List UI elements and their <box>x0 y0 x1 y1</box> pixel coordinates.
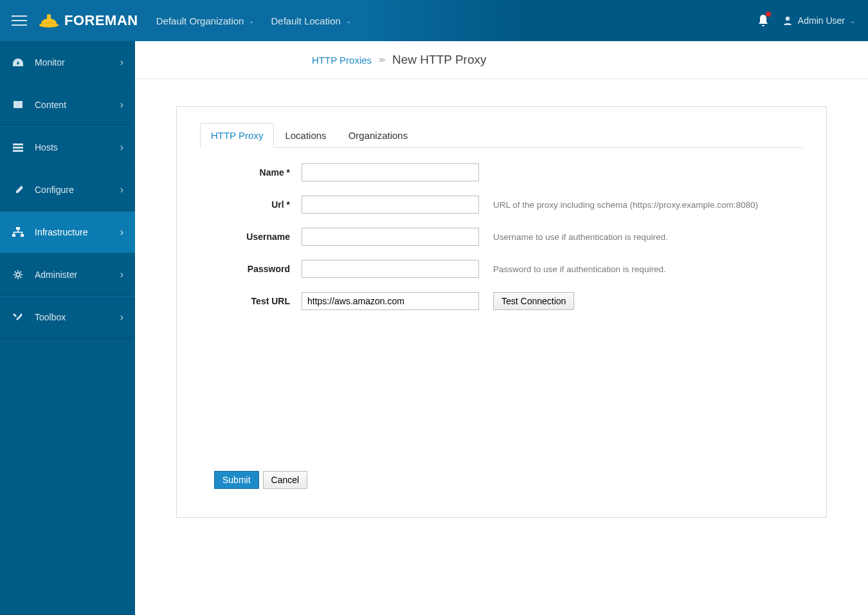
sidebar-item-content[interactable]: Content › <box>0 84 135 126</box>
tabs: HTTP Proxy Locations Organizations <box>200 122 803 148</box>
svg-rect-8 <box>12 234 15 237</box>
sidebar-item-configure[interactable]: Configure › <box>0 169 135 211</box>
topbar: FOREMAN Default Organization ⌄ Default L… <box>0 0 868 41</box>
hardhat-icon <box>39 12 59 29</box>
chevron-right-icon: › <box>120 311 123 323</box>
main-content: HTTP Proxies ≫ New HTTP Proxy HTTP Proxy… <box>135 41 868 615</box>
network-icon <box>12 226 24 238</box>
label-name: Name * <box>200 167 302 178</box>
help-password: Password to use if authentication is req… <box>493 264 666 274</box>
label-url: Url * <box>200 199 302 210</box>
svg-rect-0 <box>47 14 51 21</box>
chevron-down-icon: ⌄ <box>850 17 855 24</box>
user-label: Admin User <box>798 15 845 26</box>
book-icon <box>12 100 24 110</box>
sidebar-item-infrastructure[interactable]: Infrastructure › <box>0 211 135 253</box>
breadcrumb-separator: ≫ <box>378 56 386 64</box>
tab-locations[interactable]: Locations <box>274 123 337 148</box>
chevron-right-icon: › <box>120 184 123 196</box>
help-username: Username to use if authentication is req… <box>493 232 668 242</box>
sidebar-item-label: Administer <box>35 270 77 280</box>
servers-icon <box>12 142 24 152</box>
svg-rect-5 <box>13 147 23 149</box>
tools-icon <box>12 311 24 323</box>
sidebar-item-hosts[interactable]: Hosts › <box>0 126 135 169</box>
cancel-button[interactable]: Cancel <box>263 471 308 489</box>
chevron-right-icon: › <box>120 142 123 153</box>
password-input[interactable] <box>302 260 479 278</box>
sidebar-item-label: Content <box>35 100 66 110</box>
tab-http-proxy[interactable]: HTTP Proxy <box>200 123 274 148</box>
help-url: URL of the proxy including schema (https… <box>493 200 758 210</box>
sidebar-item-administer[interactable]: Administer › <box>0 253 135 296</box>
user-icon <box>782 15 793 26</box>
breadcrumb-parent[interactable]: HTTP Proxies <box>312 55 372 66</box>
tab-organizations[interactable]: Organizations <box>338 123 419 148</box>
chevron-right-icon: › <box>120 226 123 238</box>
sidebar-item-label: Toolbox <box>35 312 66 322</box>
org-selector[interactable]: Default Organization ⌄ <box>156 15 255 26</box>
loc-selector[interactable]: Default Location ⌄ <box>271 15 350 26</box>
sidebar-item-toolbox[interactable]: Toolbox › <box>0 296 135 338</box>
brand-text: FOREMAN <box>64 12 138 29</box>
submit-button[interactable]: Submit <box>214 471 259 489</box>
chevron-right-icon: › <box>120 269 123 280</box>
user-menu[interactable]: Admin User ⌄ <box>782 15 855 26</box>
sidebar-item-label: Hosts <box>35 142 58 152</box>
menu-toggle[interactable] <box>0 0 39 41</box>
org-label: Default Organization <box>156 15 244 26</box>
svg-point-10 <box>16 273 20 277</box>
loc-label: Default Location <box>271 15 340 26</box>
chevron-down-icon: ⌄ <box>346 17 351 24</box>
test-connection-button[interactable]: Test Connection <box>493 292 574 310</box>
breadcrumb: HTTP Proxies ≫ New HTTP Proxy <box>135 41 868 79</box>
chevron-down-icon: ⌄ <box>249 17 254 24</box>
svg-rect-9 <box>21 234 24 237</box>
dashboard-icon <box>12 57 24 68</box>
svg-rect-6 <box>13 150 23 152</box>
form-card: HTTP Proxy Locations Organizations Name … <box>176 106 827 518</box>
notifications-button[interactable] <box>752 0 775 41</box>
wrench-icon <box>12 185 24 195</box>
svg-rect-7 <box>16 227 20 230</box>
svg-rect-4 <box>13 143 23 145</box>
notification-dot <box>766 12 771 17</box>
chevron-right-icon: › <box>120 99 123 111</box>
sidebar-item-label: Infrastructure <box>35 227 87 237</box>
label-username: Username <box>200 232 302 242</box>
testurl-input[interactable] <box>302 292 479 310</box>
sidebar-item-label: Configure <box>35 185 74 195</box>
gear-icon <box>12 269 24 280</box>
page-title: New HTTP Proxy <box>392 53 486 67</box>
name-input[interactable] <box>302 163 479 181</box>
svg-point-3 <box>786 17 790 21</box>
username-input[interactable] <box>302 228 479 246</box>
logo[interactable]: FOREMAN <box>39 12 138 29</box>
label-testurl: Test URL <box>200 296 302 306</box>
sidebar-item-label: Monitor <box>35 57 65 68</box>
url-input[interactable] <box>302 196 479 214</box>
label-password: Password <box>200 264 302 274</box>
sidebar: Monitor › Content › Hosts › <box>0 41 135 615</box>
sidebar-item-monitor[interactable]: Monitor › <box>0 41 135 84</box>
chevron-right-icon: › <box>120 57 123 68</box>
